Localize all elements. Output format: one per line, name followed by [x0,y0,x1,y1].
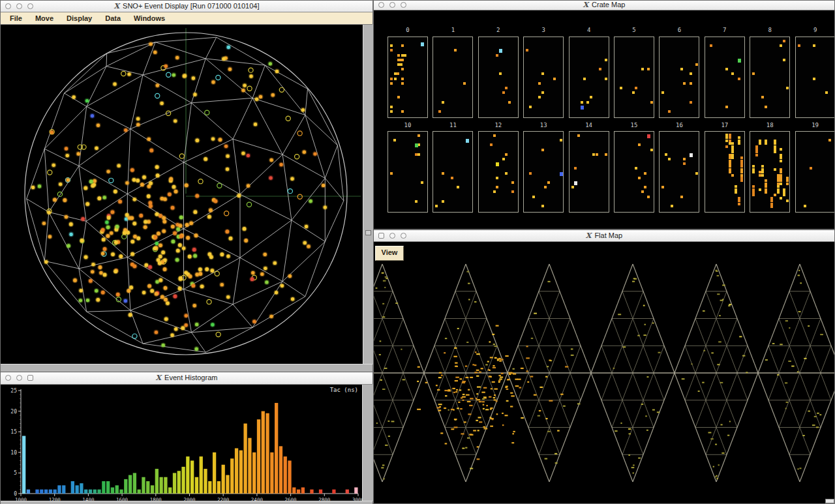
pmt-hit [731,148,734,151]
crate-box-19[interactable] [795,131,834,213]
crate-box-11[interactable] [433,131,473,213]
pmt-hit [740,162,743,165]
pmt-hit [560,139,562,141]
crate-box-15[interactable] [614,131,654,213]
crate-box-2[interactable] [478,37,519,118]
pmt-hit [738,136,740,139]
pmt-hit [451,177,453,179]
pmt-hit [780,44,782,47]
hist-bar [133,473,136,494]
window-resize-frame[interactable] [1,501,372,504]
crate-box-4[interactable] [569,37,609,118]
pmt-hit [780,171,782,173]
hist-bar [248,438,251,494]
crate-box-9[interactable] [795,37,834,118]
window-resize-frame[interactable] [363,24,374,364]
frame-handle[interactable] [365,230,371,235]
crate-box-5[interactable] [614,37,654,118]
pmt-hit [786,200,789,202]
menu-move[interactable]: Move [29,14,60,22]
svg-text:25: 25 [10,388,17,394]
hist-bar [173,473,176,494]
pmt-hit [783,194,785,196]
hist-bar [115,485,119,494]
menu-display[interactable]: Display [60,14,99,22]
menu-windows[interactable]: Windows [127,14,172,22]
crate-box-1[interactable] [433,37,473,118]
pmt-hit [738,203,740,205]
crate-box-17[interactable] [705,131,745,213]
hist-bar [35,490,38,494]
crate-box-10[interactable] [387,131,428,213]
crate-map-canvas[interactable]: 012345678910111213141516171819 [374,10,834,229]
pmt-hit [493,134,496,137]
pmt-hit [752,188,755,191]
pmt-hit [738,59,741,63]
hist-bar [284,456,287,494]
pmt-hit [401,44,404,47]
pmt-hit [752,168,755,171]
pmt-hit [397,54,400,57]
pmt-hit [526,49,528,52]
crate-box-6[interactable] [659,37,699,118]
crate-box-13[interactable] [523,131,564,213]
crate-box-3[interactable] [523,37,564,118]
hist-bar [168,488,172,494]
event-display-canvas[interactable] [1,24,363,364]
hist-bar [124,479,127,494]
crate-map-window: XCrate Map 01234567891011121314151617181… [373,0,835,230]
pmt-hit [725,134,728,136]
pmt-hit [765,106,767,108]
hist-bar [57,485,61,494]
crate-box-7[interactable] [705,37,745,118]
resize-corner[interactable] [825,499,834,503]
pmt-hit [463,82,466,85]
pmt-hit [695,172,698,175]
hist-bar [164,477,167,494]
pmt-hit [415,200,418,203]
pmt-hit [765,185,767,188]
pmt-hit [695,63,698,66]
crate-box-12[interactable] [478,131,519,213]
hist-bar [186,456,189,494]
crate-box-8[interactable] [750,37,790,118]
flat-map-canvas[interactable] [374,241,834,503]
x11-logo-icon: X [583,1,589,9]
menu-data[interactable]: Data [99,14,127,22]
histogram-canvas[interactable]: 0510152025100012001400160018002000220024… [1,384,363,501]
crate-box-16[interactable] [659,131,699,213]
window-resize-frame[interactable] [362,384,374,501]
window-resize-frame[interactable] [1,364,372,372]
pmt-hit [759,174,761,177]
pmt-hit [690,72,692,75]
tac-histogram: 0510152025100012001400160018002000220024… [1,384,363,501]
pmt-hit [605,78,607,80]
hist-bar [155,469,159,494]
hist-bar [49,490,52,494]
pmt-hit [394,78,397,80]
x11-logo-icon: X [586,231,592,240]
hist-bar [27,490,30,494]
pmt-hit [765,183,767,185]
crate-box-14[interactable] [569,131,609,213]
crate-box-0[interactable] [387,37,428,118]
histogram-titlebar[interactable]: XEvent Histogram [1,372,372,385]
hist-bar [106,481,110,494]
pmt-hit [541,91,544,94]
pmt-hit [735,185,737,188]
crate-map-titlebar[interactable]: XCrate Map [374,1,834,10]
flat-map-titlebar[interactable]: XFlat Map [374,230,834,242]
svg-text:20: 20 [10,409,17,415]
event-display-titlebar[interactable]: XSNO+ Event Display [Run 071000 010104] [1,1,372,12]
crate-box-18[interactable] [750,131,790,213]
crate-label: 1 [433,27,473,33]
pmt-hit [442,200,444,203]
hist-bar [89,490,92,494]
view-menu-button[interactable]: View [375,246,404,261]
crate-label: 19 [795,122,834,128]
pmt-hit [786,177,789,179]
menu-file[interactable]: File [3,14,29,22]
desktop: XSNO+ Event Display [Run 071000 010104] … [0,0,835,504]
crate-label: 14 [569,122,609,128]
pmt-hit [729,165,731,168]
